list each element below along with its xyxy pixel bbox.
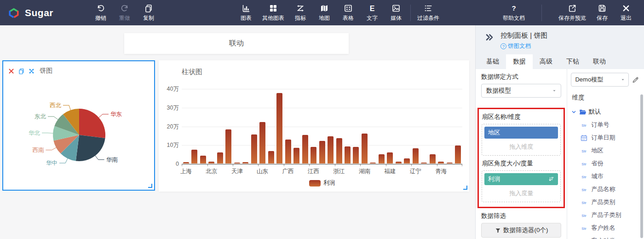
- panel-content: 数据绑定方式 数据模型 扇区名称/维度 地区: [476, 69, 644, 239]
- edit-model-icon[interactable]: [632, 76, 639, 84]
- field-row[interactable]: Str 城市: [571, 170, 639, 183]
- funnel-icon: [494, 227, 501, 234]
- str-badge: Str: [579, 147, 589, 155]
- table-icon: [344, 4, 353, 13]
- collapse-panel-icon[interactable]: [485, 33, 494, 42]
- toolbar-button[interactable]: 保存: [594, 4, 610, 22]
- sort-desc-icon: [548, 176, 554, 182]
- brand: Sugar: [0, 6, 60, 19]
- toolbar-button[interactable]: 地图: [316, 4, 332, 22]
- toolbar-button[interactable]: 其他图表: [262, 4, 284, 22]
- toolbar-button[interactable]: 媒体: [388, 4, 404, 22]
- svg-text:Str: Str: [582, 149, 587, 153]
- sugar-logo-icon: [7, 6, 20, 19]
- field-row[interactable]: Str 产品类别: [571, 196, 639, 209]
- field-row[interactable]: Str 省份: [571, 157, 639, 170]
- str-badge: Str: [579, 160, 589, 168]
- measure-section-label: 扇区角度大小/度量: [482, 159, 561, 168]
- sugar-bi-app: Sugar 撤销 重做 复制 图表: [0, 0, 644, 239]
- str-badge: Str: [579, 211, 589, 219]
- filter-condition-button[interactable]: 过滤条件: [417, 4, 439, 22]
- bar-chart[interactable]: 010万20万30万40万上海北京天津山东广西江西浙江湖南福建辽宁青海: [182, 89, 462, 164]
- str-badge: Str: [579, 224, 589, 232]
- toolbar-button[interactable]: 图表: [238, 4, 254, 22]
- panel-tab[interactable]: 联动: [586, 54, 613, 69]
- move-resize-icon[interactable]: [28, 68, 35, 75]
- resize-handle[interactable]: [148, 184, 152, 188]
- model-row: Demo模型: [571, 73, 639, 87]
- data-filter-button[interactable]: 数据筛选器(0个): [481, 223, 561, 238]
- app-title: Sugar: [25, 7, 53, 18]
- svg-text:东北: 东北: [34, 113, 46, 120]
- str-badge: Str: [579, 198, 589, 206]
- delete-widget-icon[interactable]: [8, 68, 15, 75]
- measure-chip[interactable]: 利润: [484, 173, 558, 185]
- panel-tab[interactable]: 数据: [506, 54, 533, 69]
- measure-dropzone[interactable]: 利润 拖入度量: [482, 170, 561, 202]
- toolbar-button[interactable]: 表格: [340, 4, 356, 22]
- pie-doc-link[interactable]: ? 饼图文档: [500, 42, 547, 50]
- map-icon: [320, 4, 329, 13]
- dimension-header: 维度: [571, 93, 639, 102]
- preview-icon: [568, 4, 577, 13]
- svg-text:华南: 华南: [106, 157, 118, 163]
- help-circle-icon: ?: [500, 43, 506, 49]
- field-row[interactable]: Str 产品子类别: [571, 209, 639, 222]
- toolbar-button[interactable]: 退出: [618, 4, 634, 22]
- field-row[interactable]: Str 客户种类: [571, 234, 639, 239]
- pie-chart[interactable]: 华东华南华中西南华北东北西北: [3, 61, 154, 190]
- bar-chart-widget[interactable]: 柱状图 010万20万30万40万上海北京天津山东广西江西浙江湖南福建辽宁青海 …: [159, 60, 469, 192]
- toolbar-button[interactable]: 指标: [293, 4, 308, 22]
- top-toolbar: Sugar 撤销 重做 复制 图表: [0, 0, 644, 25]
- svg-text:西南: 西南: [32, 147, 44, 153]
- toolbar-button[interactable]: 撤销: [93, 4, 109, 22]
- dimension-dropzone[interactable]: 地区 拖入维度: [482, 124, 561, 156]
- field-row[interactable]: Str 产品名称: [571, 183, 639, 196]
- legend-label: 利润: [324, 179, 335, 187]
- caret-down-icon: [552, 88, 557, 93]
- svg-text:?: ?: [512, 4, 516, 12]
- legend-marker: [309, 180, 321, 187]
- str-badge: Str: [579, 173, 589, 181]
- panel-tab[interactable]: 高级: [533, 54, 559, 69]
- duplicate-widget-icon[interactable]: [18, 68, 25, 75]
- svg-text:华中: 华中: [46, 160, 58, 166]
- field-row[interactable]: Str 客户姓名: [571, 222, 639, 234]
- model-select[interactable]: Demo模型: [571, 73, 629, 87]
- resize-handle[interactable]: [463, 186, 467, 190]
- field-row[interactable]: Str 地区: [571, 144, 639, 157]
- field-row[interactable]: Str 订单号: [571, 118, 639, 131]
- toolbar-button[interactable]: 保存并预览: [558, 4, 586, 22]
- field-row[interactable]: 订单日期: [571, 131, 639, 144]
- svg-text:华北: 华北: [29, 130, 40, 136]
- toolbar-button[interactable]: E 文字: [364, 4, 380, 22]
- binding-method-select[interactable]: 数据模型: [481, 84, 561, 98]
- toolbar-button[interactable]: 复制: [141, 4, 156, 22]
- toolbar-divider: [410, 5, 411, 21]
- edit-tools: 撤销 重做 复制: [93, 4, 156, 22]
- folder-icon: [579, 108, 586, 116]
- pie-widget-title: 饼图: [40, 67, 52, 75]
- toolbar-button[interactable]: 重做: [117, 4, 132, 22]
- panel-tab[interactable]: 基础: [479, 54, 506, 69]
- svg-text:Str: Str: [582, 123, 587, 127]
- dimension-chip[interactable]: 地区: [484, 127, 558, 139]
- media-icon: [391, 4, 401, 13]
- svg-text:华东: 华东: [110, 111, 122, 117]
- other-charts-icon: [269, 4, 278, 13]
- toolbar-right: ? 帮助文档 保存并预览 保存 退出: [503, 4, 644, 22]
- toolbar-divider: [541, 5, 542, 21]
- pie-chart-widget[interactable]: 饼图 华东华南华中西南华北东北西北: [2, 60, 155, 191]
- data-filter-label: 数据筛选: [481, 212, 561, 220]
- indicator-icon: [296, 4, 305, 13]
- dashboard-canvas[interactable]: 联动 饼图 华东华南华中西南华北东北西北 柱状图 010万20万30万40万上海…: [0, 25, 475, 239]
- redo-icon: [120, 4, 129, 13]
- tree-folder-default[interactable]: 默认: [571, 107, 639, 117]
- panel-tab[interactable]: 下钻: [559, 54, 586, 69]
- help-docs-button[interactable]: ? 帮助文档: [503, 4, 525, 22]
- linkage-widget[interactable]: 联动: [124, 33, 349, 54]
- copy-icon: [144, 4, 153, 13]
- widget-controls: 饼图: [8, 67, 52, 75]
- panel-scrollbar[interactable]: [640, 94, 643, 238]
- bar-legend[interactable]: 利润: [182, 179, 462, 187]
